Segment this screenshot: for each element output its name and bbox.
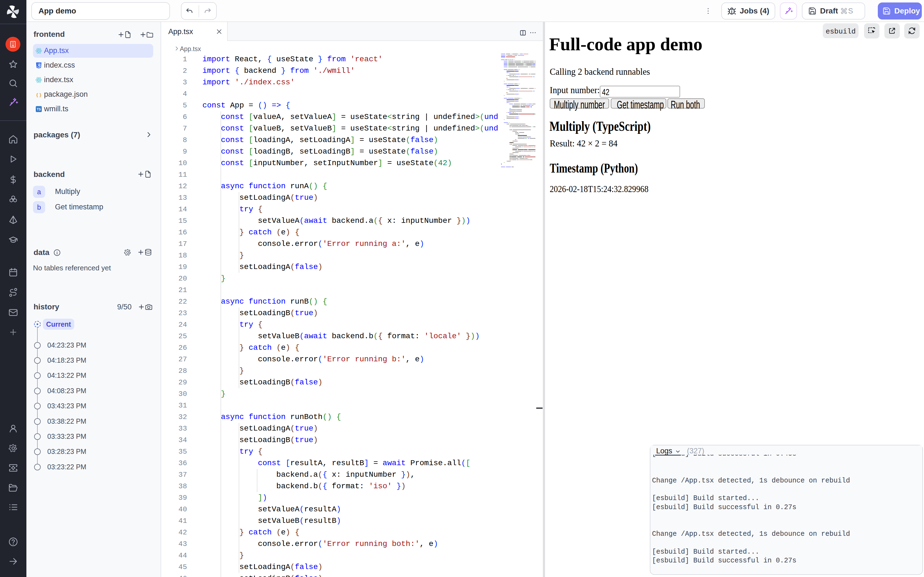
svg-text:{ }: { }: [36, 92, 42, 98]
svg-text:TS: TS: [37, 108, 41, 111]
